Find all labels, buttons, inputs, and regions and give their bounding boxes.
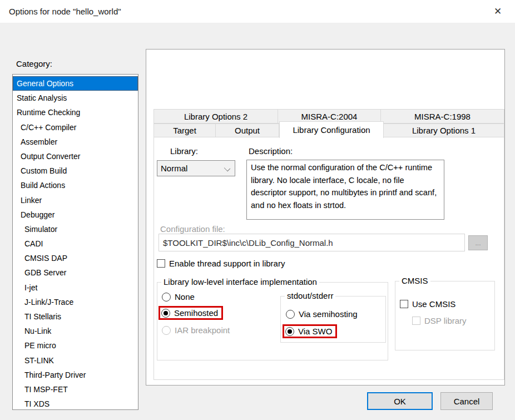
options-dialog: { "window": { "title": "Options for node…	[0, 0, 515, 420]
tab-library-options-2[interactable]: Library Options 2	[153, 109, 278, 123]
cancel-button[interactable]: Cancel	[440, 392, 493, 410]
tab-target[interactable]: Target	[153, 123, 216, 137]
category-item[interactable]: Nu-Link	[13, 324, 138, 338]
chevron-down-icon	[224, 165, 230, 171]
category-item[interactable]: Output Converter	[13, 149, 138, 164]
tab-library-configuration[interactable]: Library Configuration	[279, 121, 384, 138]
use-cmsis-label: Use CMSIS	[412, 299, 455, 309]
category-item[interactable]: Third-Party Driver	[13, 368, 138, 382]
radio-label: Semihosted	[174, 308, 218, 318]
description-label: Description:	[249, 146, 293, 156]
category-item[interactable]: Debugger	[13, 207, 138, 222]
lowlevel-groupbox: Library low-level interface implementati…	[157, 282, 388, 360]
library-select-value: Normal	[161, 164, 187, 173]
radio-icon	[286, 310, 295, 319]
category-item[interactable]: Simulator	[13, 222, 138, 236]
radio-iar-breakpoint: IAR breakpoint	[162, 325, 230, 335]
close-icon[interactable]: ✕	[488, 3, 507, 19]
tab-row-2: TargetOutputLibrary ConfigurationLibrary…	[153, 123, 504, 137]
category-item[interactable]: Build Actions	[13, 178, 138, 192]
cmsis-groupbox: CMSIS Use CMSIS DSP library	[395, 281, 495, 350]
category-item[interactable]: C/C++ Compiler	[13, 120, 138, 135]
radio-label: Via semihosting	[299, 309, 358, 319]
category-item[interactable]: I-jet	[13, 280, 138, 295]
radio-icon	[161, 309, 170, 318]
stdout-groupbox: stdout/stderr Via semihostingVia SWO	[280, 296, 386, 343]
radio-label: None	[175, 292, 195, 302]
category-item[interactable]: GDB Server	[13, 265, 138, 280]
radio-via-semihosting[interactable]: Via semihosting	[286, 309, 358, 319]
radio-label: IAR breakpoint	[175, 325, 230, 335]
library-label: Library:	[170, 146, 198, 156]
category-item[interactable]: TI Stellaris	[13, 309, 138, 324]
category-item[interactable]: TI MSP-FET	[13, 382, 138, 397]
category-item[interactable]: PE micro	[13, 338, 138, 353]
use-cmsis-checkbox[interactable]: Use CMSIS	[400, 299, 455, 309]
category-item[interactable]: ST-LINK	[13, 353, 138, 368]
tab-misra-c-1998[interactable]: MISRA-C:1998	[381, 109, 504, 123]
radio-semihosted[interactable]: Semihosted	[159, 306, 223, 320]
tab-library-options-1[interactable]: Library Options 1	[384, 123, 504, 137]
title-bar: Options for node "hello_world" ✕	[0, 0, 515, 23]
tab-output[interactable]: Output	[216, 123, 279, 137]
category-item[interactable]: Runtime Checking	[13, 105, 138, 120]
browse-button: ...	[468, 235, 488, 250]
checkbox-icon	[412, 317, 420, 325]
category-item[interactable]: Static Analysis	[13, 91, 138, 105]
checkbox-icon	[400, 300, 408, 308]
category-item[interactable]: Assembler	[13, 135, 138, 149]
category-list: General OptionsStatic AnalysisRuntime Ch…	[12, 74, 138, 410]
radio-label: Via SWO	[298, 327, 332, 336]
cmsis-group-title: CMSIS	[399, 276, 430, 285]
category-item[interactable]: TI XDS	[13, 397, 138, 410]
radio-icon	[285, 327, 294, 336]
category-item[interactable]: J-Link/J-Trace	[13, 295, 138, 309]
dsp-library-label: DSP library	[424, 316, 467, 325]
config-file-label: Configuration file:	[160, 224, 225, 234]
thread-support-label: Enable thread support in library	[169, 259, 285, 268]
config-file-value: $TOOLKIT_DIR$\inc\c\DLib_Config_Normal.h	[163, 238, 333, 248]
radio-icon	[162, 293, 171, 302]
dsp-library-checkbox: DSP library	[412, 316, 467, 325]
radio-none[interactable]: None	[162, 292, 195, 302]
category-item[interactable]: General Options	[13, 76, 138, 91]
window-title: Options for node "hello_world"	[9, 7, 121, 16]
radio-via-swo[interactable]: Via SWO	[283, 324, 337, 338]
ok-button[interactable]: OK	[367, 392, 433, 410]
category-item[interactable]: Custom Build	[13, 164, 138, 178]
config-file-field: $TOOLKIT_DIR$\inc\c\DLib_Config_Normal.h	[159, 234, 465, 251]
radio-icon	[162, 326, 171, 335]
library-select[interactable]: Normal	[157, 160, 235, 176]
category-item[interactable]: CADI	[13, 236, 138, 251]
description-box: Use the normal configuration of the C/C+…	[246, 160, 444, 220]
lowlevel-group-title: Library low-level interface implementati…	[161, 277, 319, 286]
category-item[interactable]: CMSIS DAP	[13, 251, 138, 265]
checkbox-icon	[157, 259, 165, 268]
category-label: Category:	[16, 59, 52, 68]
stdout-group-title: stdout/stderr	[285, 291, 335, 300]
thread-support-checkbox[interactable]: Enable thread support in library	[157, 259, 285, 268]
category-item[interactable]: Linker	[13, 193, 138, 207]
